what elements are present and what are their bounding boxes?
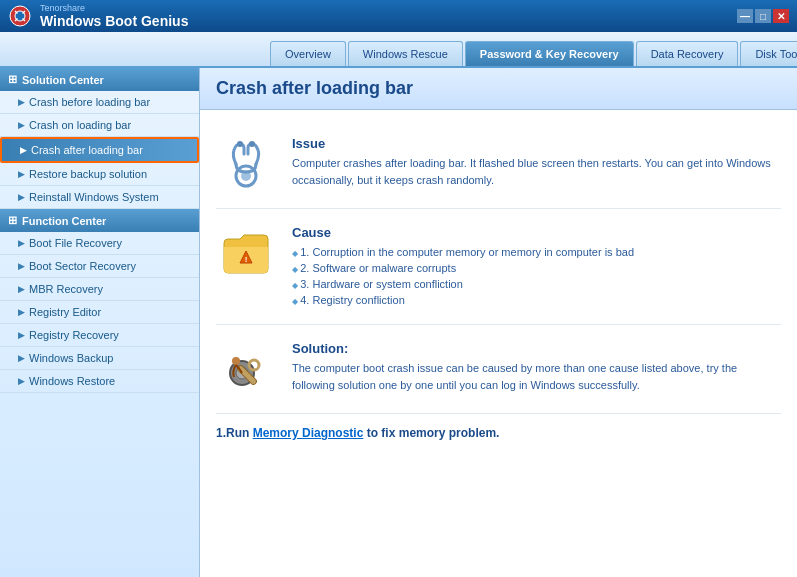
title-info: Tenorshare Windows Boot Genius: [40, 3, 188, 29]
sidebar-item-crash-after[interactable]: ▶ Crash after loading bar: [0, 137, 199, 163]
sidebar-item-label: Registry Recovery: [29, 329, 119, 341]
sidebar-item-reinstall[interactable]: ▶ Reinstall Windows System: [0, 186, 199, 209]
issue-content: Issue Computer crashes after loading bar…: [292, 136, 781, 188]
app-icon: [8, 4, 32, 28]
sidebar-item-windows-restore[interactable]: ▶ Windows Restore: [0, 370, 199, 393]
cause-item-2: 2. Software or malware corrupts: [292, 260, 781, 276]
solution-icon-container: [216, 341, 276, 397]
arrow-icon: ▶: [18, 192, 25, 202]
memory-diagnostic-link[interactable]: Memory Diagnostic: [253, 426, 364, 440]
title-bar: Tenorshare Windows Boot Genius — □ ✕: [0, 0, 797, 32]
sidebar-item-crash-on[interactable]: ▶ Crash on loading bar: [0, 114, 199, 137]
arrow-icon: ▶: [20, 145, 27, 155]
solution-title: Solution:: [292, 341, 781, 356]
solution-center-icon: ⊞: [8, 73, 17, 86]
issue-title: Issue: [292, 136, 781, 151]
cause-list: 1. Corruption in the computer memory or …: [292, 244, 781, 308]
company-name: Tenorshare: [40, 3, 188, 13]
sidebar-item-label: Windows Backup: [29, 352, 113, 364]
cause-section: ! Cause 1. Corruption in the computer me…: [216, 209, 781, 325]
folder-warning-icon: !: [218, 225, 274, 281]
tab-data-recovery[interactable]: Data Recovery: [636, 41, 739, 66]
sidebar-item-label: Windows Restore: [29, 375, 115, 387]
sidebar-item-crash-before[interactable]: ▶ Crash before loading bar: [0, 91, 199, 114]
arrow-icon: ▶: [18, 169, 25, 179]
function-center-label: Function Center: [22, 215, 106, 227]
content-area: Crash after loading bar: [200, 68, 797, 577]
svg-point-11: [249, 360, 259, 370]
cause-icon-container: !: [216, 225, 276, 281]
sidebar-item-label: Crash before loading bar: [29, 96, 150, 108]
arrow-icon: ▶: [18, 376, 25, 386]
close-button[interactable]: ✕: [773, 9, 789, 23]
svg-point-12: [232, 357, 240, 365]
sidebar-item-label: Boot Sector Recovery: [29, 260, 136, 272]
wrench-icon: [218, 341, 274, 397]
content-body: Issue Computer crashes after loading bar…: [200, 110, 797, 450]
sidebar-item-label: Crash after loading bar: [31, 144, 143, 156]
solution-center-header: ⊞ Solution Center: [0, 68, 199, 91]
step-1: 1.Run Memory Diagnostic to fix memory pr…: [216, 426, 781, 440]
svg-text:!: !: [245, 255, 248, 264]
sidebar-item-label: Restore backup solution: [29, 168, 147, 180]
arrow-icon: ▶: [18, 353, 25, 363]
sidebar-item-label: MBR Recovery: [29, 283, 103, 295]
stethoscope-icon: [218, 136, 274, 192]
function-center-header: ⊞ Function Center: [0, 209, 199, 232]
tab-overview[interactable]: Overview: [270, 41, 346, 66]
sidebar-item-label: Boot File Recovery: [29, 237, 122, 249]
cause-content: Cause 1. Corruption in the computer memo…: [292, 225, 781, 308]
arrow-icon: ▶: [18, 261, 25, 271]
cause-item-3: 3. Hardware or system confliction: [292, 276, 781, 292]
step-1-label: 1.Run: [216, 426, 253, 440]
tab-windows-rescue[interactable]: Windows Rescue: [348, 41, 463, 66]
issue-section: Issue Computer crashes after loading bar…: [216, 120, 781, 209]
cause-item-4: 4. Registry confliction: [292, 292, 781, 308]
sidebar: ⊞ Solution Center ▶ Crash before loading…: [0, 68, 200, 577]
tab-disk-tools[interactable]: Disk Tools: [740, 41, 797, 66]
title-bar-controls: — □ ✕: [737, 9, 789, 23]
cause-title: Cause: [292, 225, 781, 240]
sidebar-item-label: Reinstall Windows System: [29, 191, 159, 203]
nav-tabs: Overview Windows Rescue Password & Key R…: [0, 32, 797, 68]
sidebar-item-windows-backup[interactable]: ▶ Windows Backup: [0, 347, 199, 370]
sidebar-item-restore-backup[interactable]: ▶ Restore backup solution: [0, 163, 199, 186]
tab-password-recovery[interactable]: Password & Key Recovery: [465, 41, 634, 66]
sidebar-item-label: Crash on loading bar: [29, 119, 131, 131]
maximize-button[interactable]: □: [755, 9, 771, 23]
arrow-icon: ▶: [18, 238, 25, 248]
sidebar-item-registry-recovery[interactable]: ▶ Registry Recovery: [0, 324, 199, 347]
sidebar-item-boot-file[interactable]: ▶ Boot File Recovery: [0, 232, 199, 255]
arrow-icon: ▶: [18, 97, 25, 107]
solution-center-label: Solution Center: [22, 74, 104, 86]
arrow-icon: ▶: [18, 120, 25, 130]
sidebar-item-boot-sector[interactable]: ▶ Boot Sector Recovery: [0, 255, 199, 278]
title-bar-left: Tenorshare Windows Boot Genius: [8, 3, 188, 29]
issue-text: Computer crashes after loading bar. It f…: [292, 155, 781, 188]
function-center-icon: ⊞: [8, 214, 17, 227]
cause-item-1: 1. Corruption in the computer memory or …: [292, 244, 781, 260]
svg-point-5: [249, 141, 255, 147]
svg-point-4: [237, 141, 243, 147]
issue-icon-container: [216, 136, 276, 192]
arrow-icon: ▶: [18, 284, 25, 294]
arrow-icon: ▶: [18, 330, 25, 340]
arrow-icon: ▶: [18, 307, 25, 317]
solution-section: Solution: The computer boot crash issue …: [216, 325, 781, 414]
minimize-button[interactable]: —: [737, 9, 753, 23]
step-1-suffix: to fix memory problem.: [363, 426, 499, 440]
main-layout: ⊞ Solution Center ▶ Crash before loading…: [0, 68, 797, 577]
sidebar-item-label: Registry Editor: [29, 306, 101, 318]
app-name: Windows Boot Genius: [40, 13, 188, 29]
content-title: Crash after loading bar: [200, 68, 797, 110]
solution-content: Solution: The computer boot crash issue …: [292, 341, 781, 393]
sidebar-item-registry-editor[interactable]: ▶ Registry Editor: [0, 301, 199, 324]
solution-text: The computer boot crash issue can be cau…: [292, 360, 781, 393]
sidebar-item-mbr[interactable]: ▶ MBR Recovery: [0, 278, 199, 301]
